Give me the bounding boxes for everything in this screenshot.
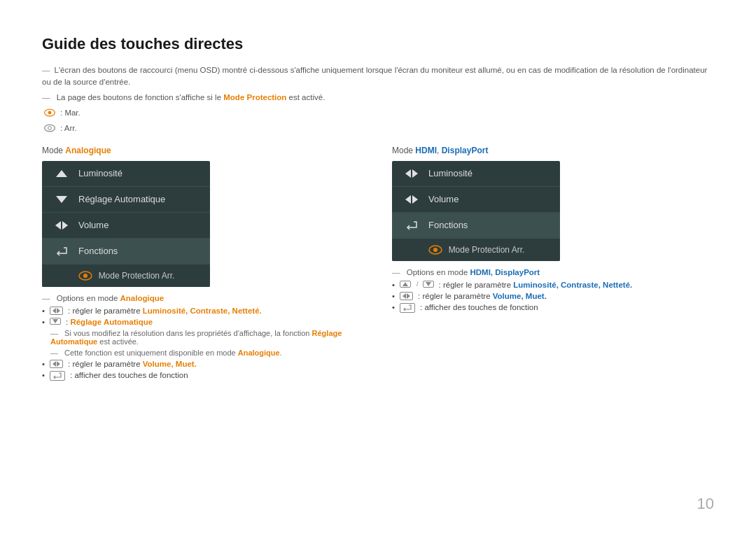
right-inline-icon-enter	[400, 303, 415, 313]
inline-icon-down-1	[50, 318, 61, 325]
right-osd-footer-label: Mode Protection Arr.	[449, 245, 525, 255]
right-option-3: : afficher des touches de fonction	[392, 303, 714, 313]
right-option-2: : régler le paramètre Volume, Muet.	[392, 292, 714, 300]
eye-icon	[78, 270, 93, 281]
osd-item-volume: Volume	[42, 213, 210, 239]
svg-point-3	[48, 126, 52, 129]
page-number: 10	[697, 495, 714, 513]
badge-mar-label: : Mar.	[60, 108, 80, 117]
right-arrow-lr-icon-1	[403, 167, 420, 180]
mode-protection-link: Mode Protection	[223, 93, 286, 101]
right-osd-label-volume: Volume	[428, 194, 458, 204]
svg-point-2	[45, 125, 55, 132]
left-options-header-link: Analogique	[120, 294, 164, 302]
inline-icon-lr-1	[50, 307, 63, 315]
right-eye-icon	[428, 244, 443, 255]
right-options-list: / : régler le paramètre Luminosité, Cont…	[392, 281, 714, 313]
left-options-header: Options en mode Analogique	[42, 294, 364, 302]
badge-mar-icon	[42, 106, 57, 119]
right-column: Mode HDMI, DisplayPort Luminosité Volume	[392, 136, 714, 384]
left-mode-value: Analogique	[65, 146, 111, 155]
arrow-up-icon	[53, 167, 70, 180]
badge-arr-icon	[42, 122, 57, 134]
right-osd-menu: Luminosité Volume Fonctions	[392, 161, 560, 261]
right-arrow-lr-icon-2	[403, 193, 420, 206]
columns-container: Mode Analogique Luminosité Réglage Autom…	[42, 136, 714, 384]
right-osd-item-volume: Volume	[392, 187, 560, 213]
left-column: Mode Analogique Luminosité Réglage Autom…	[42, 136, 364, 384]
osd-item-reglage: Réglage Automatique	[42, 187, 210, 213]
right-option-1: / : régler le paramètre Luminosité, Cont…	[392, 281, 714, 289]
left-option-3: : régler le paramètre Volume, Muet.	[42, 360, 364, 368]
osd-item-fonctions: Fonctions	[42, 239, 210, 265]
osd-footer-label: Mode Protection Arr.	[99, 271, 175, 281]
badge-arr-row: : Arr.	[42, 122, 714, 134]
left-mode-label: Mode Analogique	[42, 146, 364, 155]
left-options-section: Options en mode Analogique : régler le p…	[42, 294, 364, 381]
osd-footer: Mode Protection Arr.	[42, 265, 210, 287]
right-mode-value2: DisplayPort	[442, 146, 489, 155]
svg-point-7	[433, 248, 438, 252]
osd-item-luminosite: Luminosité	[42, 161, 210, 187]
right-inline-icon-down	[423, 281, 434, 288]
svg-point-1	[48, 111, 52, 114]
right-mode-label: Mode HDMI, DisplayPort	[392, 146, 714, 155]
osd-label-fonctions: Fonctions	[78, 246, 118, 256]
intro-line2: La page des boutons de fonction s'affich…	[42, 92, 714, 104]
left-option-2: : Réglage Automatique	[42, 318, 364, 326]
right-arrow-enter-icon	[403, 219, 420, 232]
osd-label-volume: Volume	[78, 220, 108, 230]
inline-icon-enter-1	[50, 371, 65, 381]
right-options-header: Options en mode HDMI, DisplayPort	[392, 268, 714, 276]
inline-icon-lr-2	[50, 360, 63, 368]
right-osd-label-fonctions: Fonctions	[428, 220, 468, 230]
right-osd-item-fonctions: Fonctions	[392, 213, 560, 239]
right-options-section: Options en mode HDMI, DisplayPort / : ré…	[392, 268, 714, 313]
intro-line1: L'écran des boutons de raccourci (menu O…	[42, 64, 714, 89]
left-sub-note-1: Si vous modifiez la résolution dans les …	[50, 329, 364, 346]
left-options-list-2: : régler le paramètre Volume, Muet. : af…	[42, 360, 364, 381]
left-option-4: : afficher des touches de fonction	[42, 371, 364, 381]
left-osd-menu: Luminosité Réglage Automatique Volume	[42, 161, 210, 287]
page-title: Guide des touches directes	[42, 35, 714, 53]
arrow-lr-icon	[53, 219, 70, 232]
svg-point-5	[83, 274, 88, 278]
osd-label-reglage: Réglage Automatique	[78, 194, 165, 204]
right-osd-item-luminosite: Luminosité	[392, 161, 560, 187]
left-sub-note-2: Cette fonction est uniquement disponible…	[50, 349, 364, 357]
left-options-list: : régler le paramètre Luminosité, Contra…	[42, 307, 364, 326]
badge-arr-label: : Arr.	[60, 124, 77, 132]
left-option-1: : régler le paramètre Luminosité, Contra…	[42, 307, 364, 315]
osd-label-luminosite: Luminosité	[78, 168, 122, 178]
right-osd-footer: Mode Protection Arr.	[392, 239, 560, 261]
right-inline-icon-lr	[400, 292, 413, 300]
right-osd-label-luminosite: Luminosité	[428, 168, 472, 178]
arrow-enter-icon	[53, 245, 70, 258]
right-inline-icon-lr-up	[400, 281, 411, 288]
arrow-down-icon	[53, 193, 70, 206]
right-mode-value1: HDMI	[415, 146, 437, 155]
badge-mar-row: : Mar.	[42, 106, 714, 119]
